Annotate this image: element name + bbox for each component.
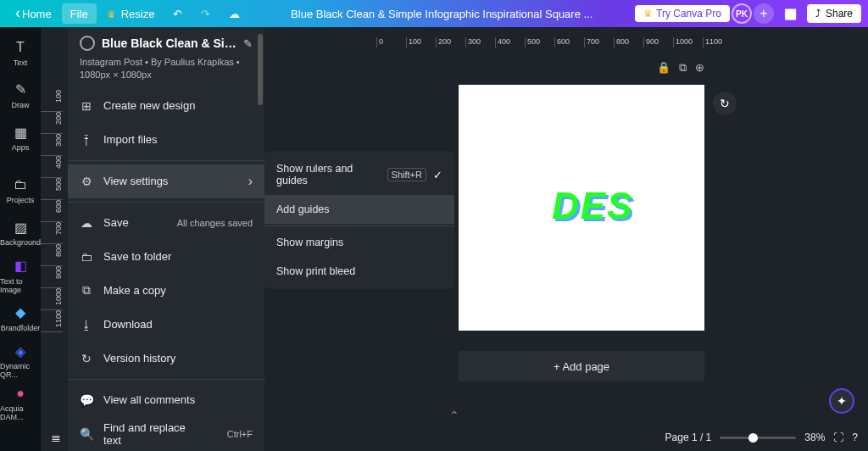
collapse-icon[interactable]: ⌃ bbox=[449, 409, 459, 422]
rail-label: Text to Image bbox=[0, 277, 41, 294]
undo-button[interactable]: ↶ bbox=[164, 3, 191, 24]
design-canvas[interactable]: DES bbox=[459, 85, 704, 331]
menu-label: Version history bbox=[103, 352, 175, 365]
resize-button[interactable]: Resize bbox=[98, 3, 164, 24]
ruler-tick: 600 bbox=[554, 37, 584, 47]
duplicate-page-icon[interactable]: ⧉ bbox=[679, 61, 687, 75]
brandfolder-icon: ◆ bbox=[12, 304, 29, 321]
refresh-button[interactable]: ↻ bbox=[713, 92, 737, 115]
submenu-label: Show margins bbox=[276, 237, 442, 248]
page-indicator[interactable]: Page 1 / 1 bbox=[665, 432, 712, 443]
edit-title-icon[interactable] bbox=[243, 37, 253, 50]
ruler-tick: 900 bbox=[643, 37, 673, 47]
home-label: Home bbox=[22, 8, 52, 20]
comment-icon: 💬 bbox=[80, 393, 93, 407]
rail-acquia[interactable]: ●Acquia DAM... bbox=[0, 383, 41, 424]
design-title[interactable]: Blue Black Clean & Simple I... bbox=[102, 36, 236, 50]
rail-label: Acquia DAM... bbox=[0, 404, 41, 421]
rail-apps[interactable]: ▦Apps bbox=[0, 118, 41, 159]
add-page-icon[interactable]: ⊕ bbox=[695, 61, 704, 75]
submenu-add-guides[interactable]: Add guides bbox=[264, 195, 454, 224]
share-label: Share bbox=[826, 8, 853, 19]
rail-background[interactable]: ▨Background bbox=[0, 213, 41, 253]
rail-text-to-image[interactable]: ◧Text to Image bbox=[0, 255, 41, 296]
keyboard-shortcut: Ctrl+F bbox=[227, 429, 253, 439]
rail-label: Dynamic QR... bbox=[0, 362, 41, 379]
submenu-show-margins[interactable]: Show margins bbox=[264, 228, 454, 257]
sync-button[interactable]: ☁ bbox=[220, 3, 248, 24]
redo-button[interactable]: ↷ bbox=[192, 3, 219, 24]
rail-draw[interactable]: ✎Draw bbox=[0, 75, 41, 115]
menu-find-replace[interactable]: 🔍Find and replace textCtrl+F bbox=[68, 417, 264, 451]
menu-label: Import files bbox=[103, 133, 158, 146]
menu-label: Create new design bbox=[103, 99, 195, 112]
menu-view-settings[interactable]: ⚙View settings bbox=[68, 164, 264, 198]
design-thumbnail-icon bbox=[80, 36, 95, 51]
menu-download[interactable]: ⭳Download bbox=[68, 308, 264, 342]
download-icon: ⭳ bbox=[80, 318, 93, 331]
chevron-right-icon bbox=[248, 174, 253, 189]
rail-label: Draw bbox=[11, 101, 29, 109]
rail-label: Apps bbox=[12, 143, 30, 152]
invite-button[interactable]: + bbox=[754, 3, 774, 24]
menu-create-design[interactable]: ⊞Create new design bbox=[68, 89, 264, 123]
rail-dynamic-qr[interactable]: ◈Dynamic QR... bbox=[0, 341, 41, 381]
canvas-text[interactable]: DES bbox=[552, 185, 633, 227]
vertical-ruler: 100 200 300 400 500 600 700 800 900 1000… bbox=[41, 47, 63, 424]
slider-knob[interactable] bbox=[748, 433, 758, 443]
plus-icon: ⊞ bbox=[80, 99, 93, 113]
gear-icon: ⚙ bbox=[80, 175, 93, 188]
menu-save-folder[interactable]: 🗀Save to folder bbox=[68, 240, 264, 274]
insights-button[interactable] bbox=[776, 3, 805, 24]
ai-icon: ◧ bbox=[12, 258, 29, 275]
back-button[interactable]: Home bbox=[7, 3, 60, 24]
crown-icon bbox=[107, 8, 116, 20]
ruler-tick: 400 bbox=[495, 37, 525, 47]
redo-icon: ↷ bbox=[201, 8, 210, 20]
rail-brandfolder[interactable]: ◆Brandfolder bbox=[0, 298, 41, 338]
menu-view-comments[interactable]: 💬View all comments bbox=[68, 383, 264, 417]
menu-version-history[interactable]: ↻Version history bbox=[68, 342, 264, 376]
help-icon[interactable]: ? bbox=[852, 432, 858, 443]
ruler-tick: 500 bbox=[41, 178, 63, 200]
lock-icon[interactable]: 🔒 bbox=[657, 61, 670, 75]
ruler-tick: 800 bbox=[41, 244, 63, 266]
qr-icon: ◈ bbox=[12, 342, 29, 359]
folder-icon: 🗀 bbox=[80, 250, 93, 264]
share-button[interactable]: Share bbox=[807, 4, 861, 23]
cloud-icon: ☁ bbox=[80, 216, 93, 230]
file-label: File bbox=[70, 8, 88, 20]
notes-icon[interactable] bbox=[51, 431, 61, 444]
rail-text[interactable]: TText bbox=[0, 32, 41, 73]
menu-label: View settings bbox=[103, 175, 168, 187]
document-title[interactable]: Blue Black Clean & Simple Infographic In… bbox=[291, 8, 593, 20]
try-pro-label: Try Canva Pro bbox=[656, 8, 721, 19]
menu-separator bbox=[68, 202, 264, 203]
ruler-tick: 200 bbox=[41, 112, 63, 134]
fullscreen-icon[interactable] bbox=[833, 432, 843, 443]
submenu-show-print-bleed[interactable]: Show print bleed bbox=[264, 257, 454, 286]
menu-import-files[interactable]: ⭱Import files bbox=[68, 123, 264, 157]
try-pro-button[interactable]: Try Canva Pro bbox=[635, 5, 730, 22]
ruler-tick: 1100 bbox=[703, 37, 732, 47]
magic-button[interactable]: ✦ bbox=[829, 388, 854, 414]
undo-icon: ↶ bbox=[173, 8, 182, 20]
submenu-label: Show rulers and guides bbox=[276, 163, 381, 187]
menu-label: View all comments bbox=[103, 393, 195, 406]
menu-make-copy[interactable]: ⧉Make a copy bbox=[68, 274, 264, 308]
ruler-tick: 600 bbox=[41, 200, 63, 222]
zoom-value[interactable]: 38% bbox=[804, 432, 825, 443]
avatar[interactable]: PK bbox=[732, 3, 752, 24]
share-icon bbox=[815, 8, 821, 19]
file-button[interactable]: File bbox=[62, 3, 97, 24]
background-icon: ▨ bbox=[12, 219, 29, 236]
resize-label: Resize bbox=[121, 8, 155, 20]
scrollbar[interactable] bbox=[258, 34, 263, 105]
submenu-show-rulers[interactable]: Show rulers and guides Shift+R bbox=[264, 154, 454, 195]
zoom-slider[interactable] bbox=[720, 437, 796, 439]
menu-save[interactable]: ☁SaveAll changes saved bbox=[68, 206, 264, 240]
rail-projects[interactable]: 🗀Projects bbox=[0, 170, 41, 210]
copy-icon: ⧉ bbox=[80, 283, 93, 298]
add-page-button[interactable]: + Add page bbox=[459, 351, 704, 381]
ruler-tick: 100 bbox=[41, 90, 63, 112]
